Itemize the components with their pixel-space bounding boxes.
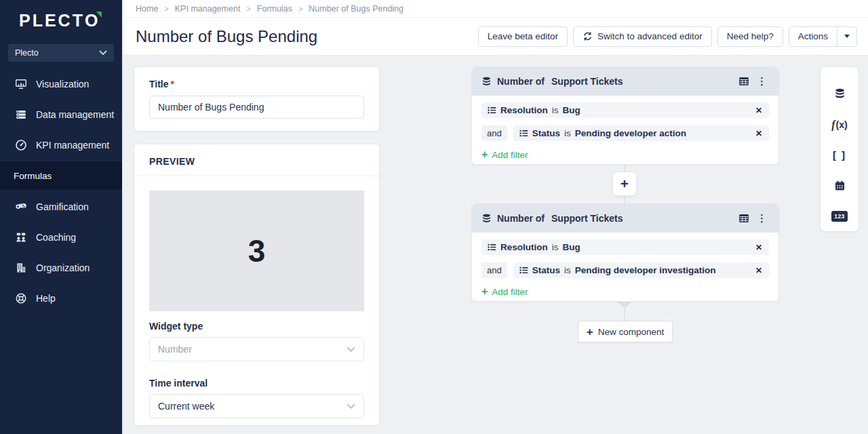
- sidebar-item-kpi-management[interactable]: KPI management: [0, 130, 122, 160]
- list-icon: [488, 243, 496, 251]
- remove-filter-icon[interactable]: ✕: [755, 129, 763, 138]
- table-view-icon[interactable]: [738, 77, 749, 86]
- sidebar-subitem-formulas[interactable]: Formulas: [0, 161, 122, 190]
- filter-field: Status: [532, 265, 560, 275]
- breadcrumb-kpi-management[interactable]: KPI management: [175, 4, 241, 14]
- remove-filter-icon[interactable]: ✕: [755, 106, 763, 115]
- component-data-source: Support Tickets: [551, 213, 623, 224]
- title-input[interactable]: [149, 96, 364, 119]
- widget-type-select[interactable]: Number: [149, 337, 364, 361]
- preview-body: 3 Widget type Number Time interval Curre…: [134, 176, 379, 418]
- main-area: Home > KPI management > Formulas > Numbe…: [122, 0, 868, 434]
- preview-widget: 3: [149, 191, 364, 311]
- actions-split-button: Actions: [789, 26, 857, 47]
- filter-operator: is: [552, 105, 559, 115]
- component-header[interactable]: Number of Support Tickets ⋮: [472, 204, 778, 233]
- component-aggregation: Number of: [497, 213, 545, 224]
- time-interval-select[interactable]: Current week: [149, 394, 364, 418]
- toolbox-brackets[interactable]: [ ]: [826, 140, 853, 170]
- leave-beta-editor-button[interactable]: Leave beta editor: [478, 26, 568, 47]
- actions-button[interactable]: Actions: [789, 27, 837, 46]
- breadcrumb-home[interactable]: Home: [136, 4, 158, 14]
- chevron-down-icon: [347, 403, 355, 410]
- toolbox-time-period[interactable]: [826, 170, 853, 201]
- toolbox-function[interactable]: f(x): [826, 109, 853, 140]
- title-bar: Number of Bugs Pending Leave beta editor…: [123, 18, 868, 56]
- need-help-label: Need help?: [727, 31, 774, 41]
- conjunction-chip: and: [481, 262, 507, 278]
- need-help-button[interactable]: Need help?: [717, 26, 783, 47]
- breadcrumb-separator: >: [164, 5, 168, 13]
- conjunction-chip: and: [481, 125, 507, 141]
- add-filter-label: Add filter: [492, 150, 528, 160]
- sidebar-subitem-label: Formulas: [14, 171, 52, 181]
- component-filters: Resolution is Bug ✕ and Status: [472, 96, 778, 161]
- filter-row: and Status is Pending developer action ✕: [481, 125, 769, 141]
- filter-status-pending-investigation[interactable]: Status is Pending developer investigatio…: [513, 262, 769, 278]
- bar-chart-icon: [15, 78, 27, 90]
- add-filter-label: Add filter: [492, 287, 528, 297]
- app: PLECTO Plecto Visualization Data managem…: [0, 0, 868, 434]
- lifebuoy-icon: [15, 292, 27, 304]
- formula-component-2: Number of Support Tickets ⋮ Res: [471, 203, 779, 302]
- new-component-button[interactable]: + New component: [578, 321, 673, 342]
- kebab-menu-icon[interactable]: ⋮: [755, 212, 769, 224]
- sidebar-item-help[interactable]: Help: [0, 283, 122, 313]
- filter-resolution-bug[interactable]: Resolution is Bug ✕: [481, 239, 769, 255]
- preview-value: 3: [248, 233, 266, 269]
- switch-advanced-editor-label: Switch to advanced editor: [597, 31, 703, 41]
- sidebar-item-label: KPI management: [36, 140, 109, 151]
- widget-type-value: Number: [158, 344, 192, 355]
- toolbox-number[interactable]: 123: [826, 201, 853, 231]
- sidebar-item-visualization[interactable]: Visualization: [0, 68, 122, 99]
- remove-filter-icon[interactable]: ✕: [755, 266, 763, 275]
- sidebar-item-data-management[interactable]: Data management: [0, 99, 122, 130]
- table-view-icon[interactable]: [738, 214, 749, 223]
- filter-value: Bug: [563, 105, 580, 115]
- add-filter-button[interactable]: + Add filter: [481, 286, 528, 297]
- switch-arrows-icon: [583, 32, 593, 41]
- database-icon: [481, 77, 492, 87]
- breadcrumb-formulas[interactable]: Formulas: [257, 4, 292, 14]
- coaching-icon: [15, 231, 27, 243]
- actions-label: Actions: [798, 31, 828, 41]
- filter-field: Resolution: [500, 105, 548, 115]
- header-buttons: Leave beta editor Switch to advanced edi…: [478, 26, 857, 47]
- sidebar-item-gamification[interactable]: Gamification: [0, 191, 122, 222]
- plus-icon: +: [481, 286, 488, 297]
- add-filter-button[interactable]: + Add filter: [481, 149, 528, 160]
- toolbox-data-source[interactable]: [826, 79, 853, 109]
- editor-canvas: Title* PREVIEW 3 Widget type Number: [123, 56, 868, 434]
- plecto-logo: PLECTO: [0, 0, 122, 31]
- breadcrumb-separator: >: [246, 5, 250, 13]
- component-data-source: Support Tickets: [551, 76, 623, 87]
- switch-advanced-editor-button[interactable]: Switch to advanced editor: [573, 26, 712, 47]
- sidebar-item-label: Visualization: [36, 79, 89, 90]
- sidebar-item-coaching[interactable]: Coaching: [0, 222, 122, 252]
- organization-selector[interactable]: Plecto: [8, 44, 114, 62]
- breadcrumb-current-page: Number of Bugs Pending: [309, 4, 403, 14]
- kebab-menu-icon[interactable]: ⋮: [755, 75, 769, 87]
- plus-icon: +: [481, 149, 488, 160]
- sidebar-item-label: Data management: [36, 109, 114, 120]
- filter-resolution-bug[interactable]: Resolution is Bug ✕: [481, 102, 769, 118]
- calendar-icon: [834, 180, 846, 191]
- filter-status-pending-action[interactable]: Status is Pending developer action ✕: [513, 125, 769, 141]
- filter-operator: is: [552, 242, 559, 252]
- list-icon: [488, 106, 496, 114]
- time-interval-value: Current week: [158, 401, 214, 412]
- insert-operator-button[interactable]: +: [612, 172, 637, 196]
- remove-filter-icon[interactable]: ✕: [755, 243, 763, 252]
- title-field-label: Title*: [149, 79, 364, 90]
- database-icon: [481, 214, 492, 224]
- title-field-card: Title*: [134, 66, 380, 132]
- sidebar-item-organization[interactable]: Organization: [0, 252, 122, 283]
- actions-dropdown-toggle[interactable]: [837, 27, 856, 46]
- component-header[interactable]: Number of Support Tickets ⋮: [472, 67, 778, 96]
- sidebar-item-label: Coaching: [36, 232, 76, 243]
- list-icon: [519, 267, 528, 274]
- widget-type-label: Widget type: [149, 321, 364, 332]
- filter-value: Pending developer investigation: [575, 265, 716, 275]
- sidebar: PLECTO Plecto Visualization Data managem…: [0, 0, 122, 434]
- chevron-down-icon: [347, 347, 355, 353]
